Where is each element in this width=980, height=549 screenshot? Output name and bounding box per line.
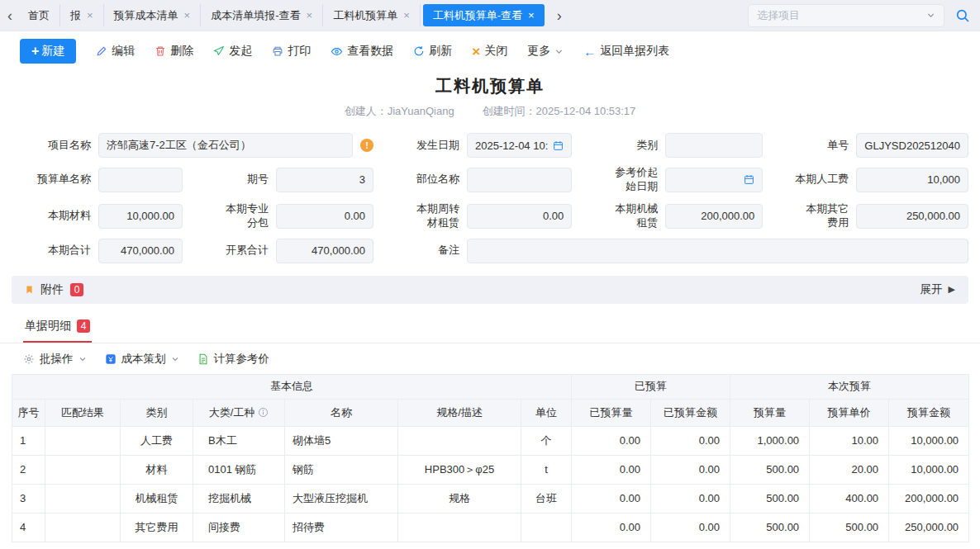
- table-cell: 500.00: [810, 513, 889, 542]
- occur-date-input[interactable]: 2025-12-04 10:: [467, 133, 572, 158]
- machine-rent-input[interactable]: 200,000.00: [665, 204, 763, 229]
- batch-ops-button[interactable]: 批操作: [23, 352, 87, 367]
- paper-plane-icon: [213, 45, 225, 57]
- tab-material-budget[interactable]: 工料机预算单 ×: [323, 4, 421, 26]
- cumulative-total-input[interactable]: 470,000.00: [276, 239, 373, 263]
- tab-material-budget-view-active[interactable]: 工料机预算单-查看 ×: [423, 4, 545, 26]
- column-header-budget-qty: 预算量: [730, 399, 810, 426]
- view-data-button[interactable]: 查看数据: [331, 44, 393, 59]
- info-icon[interactable]: [258, 407, 269, 418]
- column-header-unit: 单位: [521, 399, 572, 426]
- category-input[interactable]: [665, 133, 763, 158]
- subcontract-cost-input[interactable]: 0.00: [276, 204, 373, 229]
- labor-cost-input[interactable]: 10,000: [856, 168, 968, 192]
- table-row[interactable]: 3 机械租赁 挖掘机械 大型液压挖掘机 规格 台班 0.00 0.00 500.…: [12, 484, 969, 513]
- tab-close-icon[interactable]: ×: [528, 10, 535, 21]
- print-button[interactable]: 打印: [272, 44, 311, 59]
- bookmark-icon: [25, 284, 34, 296]
- table-cell: 500.00: [730, 455, 810, 484]
- table-cell: 10.00: [810, 426, 889, 455]
- table-toolbar: 批操作 成本策划 计算参考价: [0, 343, 980, 373]
- back-to-list-button[interactable]: ← 返回单据列表: [583, 44, 669, 59]
- tab-close-icon[interactable]: ×: [87, 10, 93, 21]
- creator-info: 创建人：JiaYuanQiang: [345, 104, 454, 119]
- table-cell: 4: [12, 513, 45, 542]
- field-period-total: 本期合计 470,000.00: [12, 239, 183, 263]
- initiate-label: 发起: [229, 44, 252, 59]
- tab-doc-1[interactable]: 报 ×: [60, 4, 104, 26]
- period-total-input[interactable]: 470,000.00: [98, 239, 183, 263]
- tab-close-icon[interactable]: ×: [403, 10, 410, 21]
- back-arrow-icon: ←: [583, 45, 596, 58]
- tab-detail-lines[interactable]: 单据明细 4: [23, 315, 92, 343]
- field-turnover-rent: 本期周转 材租赁 0.00: [393, 202, 572, 230]
- field-label: 本期合计: [12, 244, 91, 258]
- budget-name-input[interactable]: [98, 168, 183, 192]
- table-cell: 其它费用: [121, 513, 193, 542]
- field-label: 单号: [783, 139, 849, 153]
- table-cell: 人工费: [121, 426, 193, 455]
- tab-strip: 首页 报 × 预算成本清单 × 成本清单填报-查看 × 工料机预算单 × 工料机…: [18, 4, 545, 26]
- tab-label: 首页: [28, 8, 50, 23]
- field-remark: 备注: [393, 239, 968, 263]
- new-button[interactable]: + 新建: [20, 39, 76, 64]
- table-cell: 3: [12, 484, 45, 513]
- column-header-match-result: 匹配结果: [45, 399, 121, 426]
- field-category: 类别: [592, 133, 763, 158]
- close-button[interactable]: × 关闭: [472, 44, 507, 59]
- more-button[interactable]: 更多: [527, 44, 564, 59]
- table-cell: 1,000.00: [730, 426, 810, 455]
- material-cost-input[interactable]: 10,000.00: [98, 204, 183, 229]
- column-header-spec: 规格/描述: [398, 399, 521, 426]
- tabs-scroll-left-icon[interactable]: ‹: [2, 8, 18, 23]
- table-cell: [398, 426, 521, 455]
- refresh-button[interactable]: 刷新: [413, 44, 452, 59]
- table-cell: [398, 513, 521, 542]
- turnover-rent-input[interactable]: 0.00: [467, 204, 572, 229]
- print-label: 打印: [288, 44, 311, 59]
- table-cell: 20.00: [810, 455, 889, 484]
- part-name-input[interactable]: [467, 168, 572, 192]
- table-cell: t: [521, 455, 572, 484]
- document-icon: [197, 353, 209, 365]
- table-cell: 砌体墙5: [285, 426, 398, 455]
- project-name-input[interactable]: 济邹高速7-2工区（金石公司）: [98, 133, 353, 158]
- calc-ref-price-button[interactable]: 计算参考价: [197, 352, 270, 367]
- table-cell: 0.00: [651, 426, 730, 455]
- column-header-seq: 序号: [12, 399, 45, 426]
- search-icon[interactable]: [955, 8, 970, 23]
- tab-home[interactable]: 首页: [18, 4, 60, 26]
- ref-price-date-input[interactable]: [665, 168, 763, 192]
- remark-input[interactable]: [467, 239, 968, 263]
- period-no-input[interactable]: 3: [276, 168, 373, 192]
- doc-no-input[interactable]: GLJYSD202512040: [856, 133, 968, 158]
- field-label: 预算单名称: [12, 173, 91, 187]
- tab-cost-list-fill-view[interactable]: 成本清单填报-查看 ×: [201, 4, 323, 26]
- table-row[interactable]: 4 其它费用 间接费 招待费 0.00 0.00 500.00 500.00 2…: [12, 513, 969, 542]
- project-select[interactable]: 选择项目: [748, 4, 944, 27]
- cost-planning-button[interactable]: 成本策划: [105, 352, 179, 367]
- tab-budget-cost-list[interactable]: 预算成本清单 ×: [104, 4, 202, 26]
- table-cell: B木工: [193, 426, 285, 455]
- chevron-down-icon: [171, 355, 179, 363]
- field-label: 期号: [202, 173, 269, 187]
- tab-close-icon[interactable]: ×: [184, 10, 191, 21]
- table-cell: 0.00: [572, 455, 651, 484]
- field-occur-date: 发生日期 2025-12-04 10:: [393, 133, 572, 158]
- field-label: 本期机械 租赁: [592, 202, 658, 230]
- tab-close-icon[interactable]: ×: [307, 10, 313, 21]
- detail-tab-label: 单据明细: [25, 319, 71, 334]
- edit-button[interactable]: 编辑: [96, 44, 135, 59]
- expand-button[interactable]: 展开 ▶: [921, 282, 955, 297]
- delete-button[interactable]: 删除: [155, 44, 193, 59]
- other-cost-input[interactable]: 250,000.00: [856, 204, 968, 229]
- initiate-button[interactable]: 发起: [213, 44, 252, 59]
- tabs-scroll-right-icon[interactable]: ›: [551, 8, 568, 23]
- tab-label: 预算成本清单: [114, 8, 178, 23]
- doc-form: 项目名称 济邹高速7-2工区（金石公司） ! 发生日期 2025-12-04 1…: [0, 119, 980, 263]
- table-row[interactable]: 1 人工费 B木工 砌体墙5 个 0.00 0.00 1,000.00 10.0…: [12, 426, 969, 455]
- calendar-icon: [553, 140, 564, 151]
- cost-planning-label: 成本策划: [121, 352, 166, 367]
- table-row[interactable]: 2 材料 0101 钢筋 钢筋 HPB300＞φ25 t 0.00 0.00 5…: [12, 455, 969, 484]
- batch-ops-label: 批操作: [40, 352, 74, 367]
